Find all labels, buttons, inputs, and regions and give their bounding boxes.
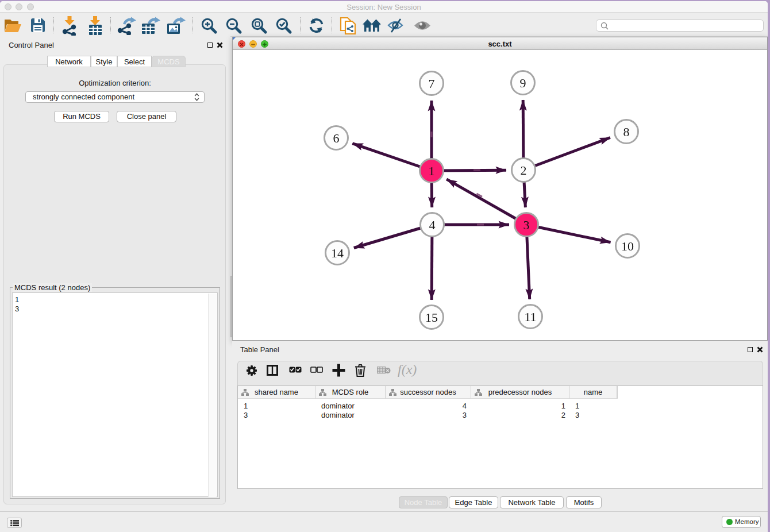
svg-text:8: 8 <box>623 124 630 138</box>
svg-text:1: 1 <box>429 163 435 178</box>
svg-text:14: 14 <box>331 245 344 260</box>
svg-text:6: 6 <box>333 130 340 145</box>
svg-text:4: 4 <box>429 217 436 232</box>
svg-text:2: 2 <box>521 163 527 177</box>
svg-text:11: 11 <box>524 309 536 323</box>
svg-text:15: 15 <box>425 310 438 324</box>
svg-text:10: 10 <box>621 238 634 253</box>
svg-text:7: 7 <box>429 76 435 90</box>
svg-text:3: 3 <box>523 217 530 232</box>
svg-text:9: 9 <box>520 75 526 90</box>
